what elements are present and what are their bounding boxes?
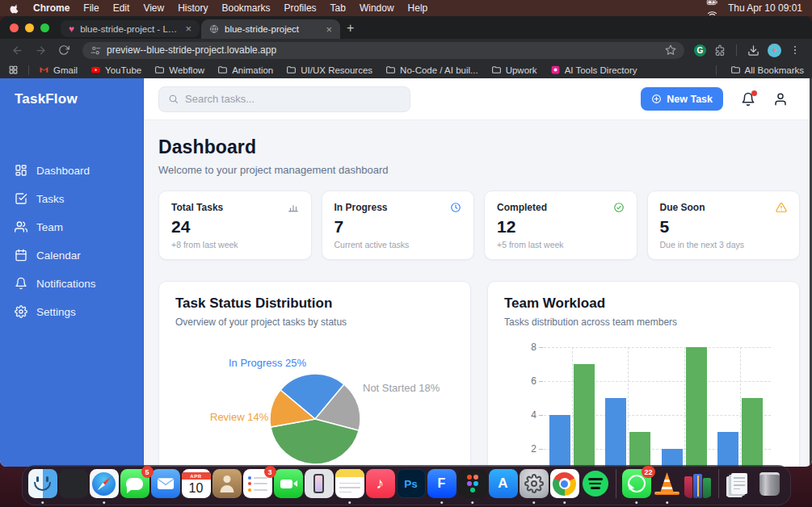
dock-chrome-icon[interactable] — [550, 469, 579, 498]
bookmark-2[interactable]: YouTube — [90, 65, 141, 75]
dock-notes-icon[interactable] — [335, 469, 364, 498]
grammarly-extension-icon[interactable]: G — [694, 44, 706, 57]
user-profile-icon[interactable] — [773, 92, 788, 107]
dock-vlc-icon[interactable] — [653, 469, 682, 498]
plus-circle-icon — [651, 94, 662, 104]
dock-finder-icon[interactable] — [28, 469, 57, 498]
menu-item-profiles[interactable]: Profiles — [284, 2, 317, 14]
search-field[interactable] — [158, 86, 410, 112]
menu-item-history[interactable]: History — [178, 2, 208, 14]
battery-icon[interactable] — [706, 0, 718, 8]
dock-iphone-mirroring-icon[interactable] — [305, 469, 334, 498]
close-window-button[interactable] — [10, 23, 19, 32]
dock-documents-icon[interactable] — [725, 469, 754, 498]
all-bookmarks-button[interactable]: All Bookmarks — [745, 65, 805, 75]
new-task-button[interactable]: New Task — [641, 87, 723, 111]
dock-calendar-icon[interactable]: APR10 — [182, 469, 211, 498]
sidebar-item-tasks[interactable]: Tasks — [0, 186, 143, 212]
reload-icon[interactable] — [55, 44, 73, 56]
menu-item-file[interactable]: File — [83, 2, 99, 14]
minimize-window-button[interactable] — [25, 23, 34, 32]
sidebar-item-dashboard[interactable]: Dashboard — [0, 157, 143, 183]
menu-item-edit[interactable]: Edit — [113, 2, 130, 14]
dock-music-icon[interactable]: ♪ — [366, 469, 395, 498]
bookmarks-divider — [716, 65, 717, 75]
sidebar-item-label: Dashboard — [36, 165, 90, 177]
dock-photoshop-icon[interactable]: Ps — [397, 469, 426, 498]
site-settings-icon[interactable] — [90, 45, 101, 56]
tab-close-icon[interactable]: × — [326, 24, 332, 35]
back-icon[interactable] — [8, 44, 27, 57]
menu-item-bookmarks[interactable]: Bookmarks — [222, 2, 271, 14]
apple-menu-icon[interactable] — [10, 3, 20, 14]
stats-row: Total Tasks24+8 from last weekIn Progres… — [158, 191, 800, 260]
running-indicator-dot — [41, 501, 44, 505]
kebab-menu-icon[interactable] — [786, 44, 804, 56]
menu-bar-clock[interactable]: Thu Apr 10 09:01 — [728, 2, 802, 14]
dock-badge: 5 — [141, 466, 154, 478]
address-bar[interactable]: preview--blue-stride-project.lovable.app — [82, 42, 684, 59]
dock-whatsapp-icon[interactable]: 22 — [622, 469, 651, 498]
menu-item-window[interactable]: Window — [360, 2, 394, 14]
forward-icon[interactable] — [32, 44, 50, 57]
dock-safari-icon[interactable] — [90, 469, 119, 498]
zoom-window-button[interactable] — [40, 23, 49, 32]
dock-mail-icon[interactable] — [151, 469, 180, 498]
screen: ChromeFileEditViewHistoryBookmarksProfil… — [0, 0, 812, 507]
folder-icon — [730, 65, 741, 75]
new-tab-button[interactable]: + — [347, 21, 354, 36]
menu-item-view[interactable]: View — [143, 2, 164, 14]
profile-avatar[interactable]: ● — [768, 44, 781, 57]
dock-system-settings-icon[interactable] — [520, 469, 549, 498]
downloads-icon[interactable] — [744, 44, 763, 57]
menu-item-tab[interactable]: Tab — [330, 2, 346, 14]
pie-graphic — [268, 372, 362, 466]
bar-axis-tick — [539, 449, 543, 450]
dock-winrar-icon[interactable] — [684, 469, 713, 498]
extensions-puzzle-icon[interactable] — [711, 44, 729, 56]
bookmark-7[interactable]: Upwork — [491, 65, 537, 75]
sidebar-item-settings[interactable]: Settings — [0, 299, 143, 325]
bookmark-1[interactable]: Gmail — [39, 65, 78, 75]
apps-grid-icon[interactable] — [8, 65, 19, 75]
sidebar-item-calendar[interactable]: Calendar — [0, 242, 143, 268]
notifications-bell-icon[interactable] — [741, 92, 755, 107]
bar-chart: 8642 — [488, 282, 799, 467]
dock-facetime-icon[interactable] — [274, 469, 303, 498]
folder-icon — [217, 65, 228, 75]
tab-close-icon[interactable]: × — [185, 23, 191, 34]
gmail-icon — [39, 65, 49, 75]
bookmark-star-icon[interactable] — [665, 44, 676, 56]
search-input[interactable] — [185, 93, 401, 105]
bookmark-5[interactable]: UI/UX Resources — [286, 65, 372, 75]
bookmark-3[interactable]: Webflow — [154, 65, 204, 75]
browser-tab-2[interactable]: blue-stride-project× — [201, 19, 340, 39]
dock-app-store-icon[interactable]: A — [489, 469, 518, 498]
bookmark-4[interactable]: Animation — [217, 65, 273, 75]
dock-trash-icon[interactable] — [755, 469, 785, 498]
menu-item-chrome[interactable]: Chrome — [33, 2, 69, 14]
bookmark-label: AI Tools Directory — [565, 65, 637, 75]
browser-tab-1[interactable]: ♥blue-stride-project - Lovable× — [61, 20, 200, 37]
dock-messages-icon[interactable]: 5 — [120, 469, 149, 498]
pie-chart: In Progress 25%Not Started 18%Review 14% — [159, 282, 470, 467]
tab-strip: ♥blue-stride-project - Lovable×blue-stri… — [0, 16, 812, 39]
dock-reminders-icon[interactable]: 3 — [243, 469, 272, 498]
bar-blue-4 — [717, 432, 738, 467]
bookmark-label: YouTube — [105, 65, 141, 75]
new-task-label: New Task — [667, 94, 713, 105]
dock-figma-icon[interactable] — [458, 469, 487, 498]
bookmark-label: No-Code / AI buil... — [400, 65, 478, 75]
dock-launchpad-icon[interactable] — [59, 469, 88, 498]
sidebar-item-label: Settings — [36, 306, 76, 318]
bookmark-8[interactable]: AI Tools Directory — [550, 65, 637, 75]
menu-item-help[interactable]: Help — [408, 2, 428, 14]
dock-framer-icon[interactable]: F — [427, 469, 456, 498]
bar-gridline-v — [740, 347, 741, 467]
sidebar-item-notifications[interactable]: Notifications — [0, 270, 143, 296]
dock-contacts-icon[interactable] — [212, 469, 242, 498]
dock-spotify-icon[interactable] — [581, 469, 610, 498]
sidebar-item-team[interactable]: Team — [0, 214, 143, 240]
bookmark-6[interactable]: No-Code / AI buil... — [385, 65, 478, 75]
bar-green-1 — [574, 364, 595, 467]
